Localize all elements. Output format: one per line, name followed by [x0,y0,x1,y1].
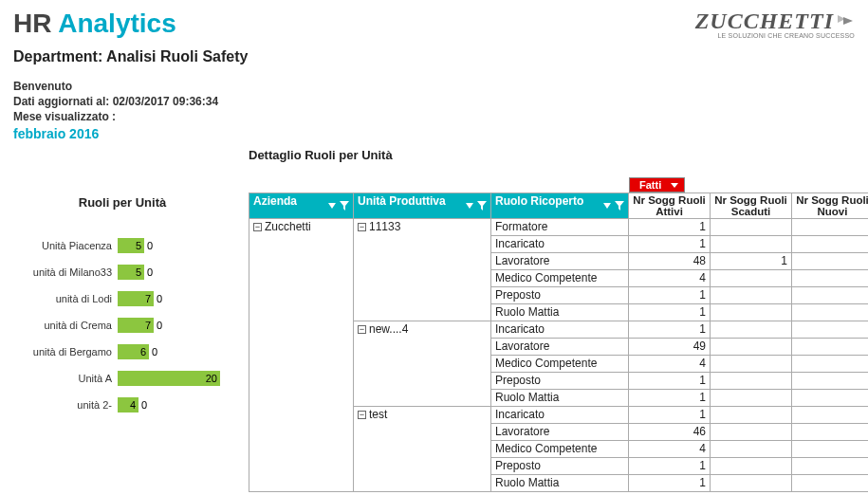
cell-unita: −new....4 [354,321,491,407]
col-header-ruolo-ricoperto-label: Ruolo Ricoperto [495,194,583,208]
brand-logo: ZUCCHETTI LE SOLUZIONI CHE CREANO SUCCES… [695,9,855,39]
collapse-icon[interactable]: − [358,325,366,334]
table-row: −Zucchetti−11133Formatore1 [249,219,869,236]
cell-scaduti [711,287,792,304]
cell-ruolo: Preposto [491,287,629,304]
svg-marker-3 [477,201,487,211]
cell-ruolo: Incaricato [491,407,629,424]
bar-label: unità di Crema [13,320,118,331]
collapse-icon[interactable]: − [358,411,366,419]
cell-attivi: 1 [629,304,711,321]
cell-scaduti [711,373,792,390]
bar-segment[interactable]: 6 [118,344,149,359]
welcome-label: Benvenuto [13,79,855,94]
cell-ruolo: Incaricato [491,321,629,339]
cell-nuovi [792,287,869,304]
bar-label: unità di Milano33 [13,266,118,278]
bar-label: unità di Lodi [13,293,118,304]
cell-attivi: 1 [629,407,711,424]
cell-scaduti [711,339,792,356]
bar-track: 70 [118,318,231,333]
cell-nuovi [792,373,869,390]
month-label: Mese visualizzato : [13,109,855,124]
department-heading: Department: Analisi Ruoli Safety [13,48,855,65]
bar-row: unità di Lodi70 [13,291,231,306]
bar-row: unità di Bergamo60 [13,344,231,359]
brand-logo-arrows-icon [836,11,855,30]
cell-nuovi [792,270,869,287]
cell-attivi: 46 [629,424,711,441]
cell-attivi: 49 [629,339,711,356]
sort-down-icon[interactable] [466,203,473,209]
cell-ruolo: Medico Competente [491,441,629,458]
col-header-azienda[interactable]: Azienda [249,193,354,219]
bar-segment[interactable]: 20 [118,371,220,386]
cell-ruolo: Preposto [491,373,629,390]
svg-marker-4 [615,201,624,211]
cell-scaduti [711,441,792,458]
cell-ruolo: Lavoratore [491,424,629,441]
cell-azienda: −Zucchetti [249,219,354,492]
cell-ruolo: Ruolo Mattia [491,475,629,492]
filter-icon[interactable] [615,201,624,211]
collapse-icon[interactable]: − [358,223,366,231]
cell-nuovi [792,356,869,373]
bar-track: 50 [118,265,231,280]
bar-segment[interactable]: 5 [118,238,144,253]
cell-nuovi [792,475,869,492]
cell-unita: −test [354,407,491,492]
col-header-attivi[interactable]: Nr Sogg Ruoli Attivi [629,193,711,219]
cell-ruolo: Lavoratore [491,339,629,356]
svg-marker-1 [843,17,853,25]
bar-chart: Unità Piacenza50unità di Milano3350unità… [13,238,231,412]
cell-ruolo: Medico Competente [491,356,629,373]
fatti-dropdown[interactable]: Fatti [629,177,685,192]
col-header-azienda-label: Azienda [253,194,297,208]
data-updated-label: Dati aggiornati al: [13,95,109,108]
cell-scaduti [711,458,792,475]
bar-value-secondary: 0 [157,293,162,304]
bar-segment[interactable]: 7 [118,291,154,306]
collapse-icon[interactable]: − [253,223,262,231]
cell-nuovi [792,441,869,458]
col-header-ruolo-ricoperto[interactable]: Ruolo Ricoperto [491,193,629,219]
sort-down-icon[interactable] [603,203,611,209]
bar-segment[interactable]: 4 [118,397,139,412]
cell-ruolo: Ruolo Mattia [491,390,629,407]
bar-label: unità 2- [13,399,118,411]
cell-scaduti [711,236,792,253]
filter-icon[interactable] [340,201,349,211]
bar-track: 60 [118,344,231,359]
cell-scaduti [711,270,792,287]
bar-label: Unità Piacenza [13,240,118,251]
cell-ruolo: Incaricato [491,236,629,253]
cell-nuovi [792,458,869,475]
bar-segment[interactable]: 7 [118,318,154,333]
bar-value-secondary: 0 [147,240,153,251]
welcome-block: Benvenuto Dati aggiornati al: 02/03/2017… [13,79,855,142]
cell-attivi: 1 [629,321,711,339]
bar-segment[interactable]: 5 [118,265,144,280]
pivot-table: Azienda Unità Produttiva [249,192,868,492]
col-header-unita-produttiva[interactable]: Unità Produttiva [354,193,491,219]
data-updated-value: 02/03/2017 09:36:34 [113,95,218,108]
cell-ruolo: Preposto [491,458,629,475]
detail-title: Dettaglio Ruoli per Unità [249,148,868,162]
sort-down-icon[interactable] [328,203,336,209]
chevron-down-icon [671,183,678,188]
cell-nuovi [792,407,869,424]
cell-attivi: 4 [629,270,711,287]
cell-attivi: 1 [629,390,711,407]
cell-scaduti [711,390,792,407]
bar-row: Unità A20 [13,371,231,386]
app-title: HR Analytics [13,9,176,39]
col-header-scaduti[interactable]: Nr Sogg Ruoli Scaduti [711,193,792,219]
cell-attivi: 1 [629,236,711,253]
cell-nuovi [792,424,869,441]
bar-value-secondary: 0 [147,266,153,278]
col-header-nuovi[interactable]: Nr Sogg Ruoli Nuovi [792,193,869,219]
filter-icon[interactable] [477,201,487,211]
cell-scaduti [711,407,792,424]
cell-attivi: 4 [629,356,711,373]
cell-scaduti [711,304,792,321]
